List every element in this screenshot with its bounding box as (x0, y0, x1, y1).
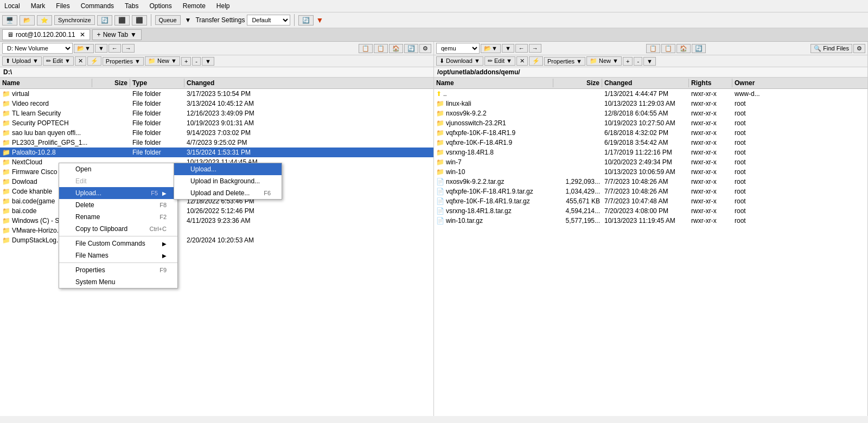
toolbar-open-connection[interactable]: 📂 (20, 15, 35, 25)
menu-options[interactable]: Options (147, 1, 174, 11)
left-file-row[interactable]: 📁sao luu ban quyen offi... File folder 9… (0, 128, 433, 138)
menu-tabs[interactable]: Tabs (123, 1, 141, 11)
left-plus-btn[interactable]: + (181, 57, 191, 66)
right-file-row[interactable]: 📁vqfxre-10K-F-18.4R1.9 6/19/2018 3:54:42… (434, 138, 867, 148)
right-copy-btn[interactable]: 📋 (646, 44, 660, 53)
menu-local[interactable]: Local (2, 1, 22, 11)
right-file-row[interactable]: 📄vqfxre-10K-F-18.4R1.9.tar.gz 455,671 KB… (434, 196, 867, 206)
left-upload-btn[interactable]: ⬆ Upload ▼ (2, 56, 42, 66)
right-filter-btn[interactable]: ▼ (502, 44, 514, 53)
left-paste-btn[interactable]: 📋 (374, 44, 388, 53)
right-col-name[interactable]: Name (434, 79, 553, 87)
right-edit-btn[interactable]: ✏ Edit ▼ (484, 56, 515, 66)
toolbar-refresh2[interactable]: 🔄 (298, 15, 314, 25)
right-minus-btn[interactable]: - (634, 57, 642, 66)
left-filter-btn[interactable]: ▼ (95, 44, 107, 53)
left-minus-btn[interactable]: - (192, 57, 201, 66)
context-menu-item[interactable]: File Custom Commands▶ (59, 238, 177, 249)
right-col-owner[interactable]: Owner (732, 79, 776, 87)
right-file-row[interactable]: 📄vqfxpfe-10K-F-18.4R1.9.tar.gz 1,034,429… (434, 187, 867, 196)
right-more-btn[interactable]: ⚙ (853, 44, 865, 53)
toolbar-new-connection[interactable]: 🖥️ (2, 15, 17, 25)
right-paste-btn[interactable]: 📋 (661, 44, 675, 53)
context-menu-item[interactable]: PropertiesF9 (59, 264, 177, 276)
left-col-type[interactable]: Type (130, 79, 184, 87)
right-file-row[interactable]: 📁vsrxng-18.4R1.8 1/17/2019 11:22:16 PM r… (434, 148, 867, 157)
right-file-row[interactable]: 📄nxosv9k-9.2.2.tar.gz 1,292,093... 7/7/2… (434, 177, 867, 187)
right-nav-fwd[interactable]: → (529, 44, 541, 53)
right-findfiles-btn[interactable]: 🔍 Find Files (810, 44, 852, 53)
left-col-size[interactable]: Size (92, 79, 130, 87)
tab-new-arrow[interactable]: ▼ (130, 31, 137, 39)
left-nav-fwd[interactable]: → (122, 44, 135, 53)
menu-files[interactable]: Files (54, 1, 72, 11)
left-col-changed[interactable]: Changed (184, 79, 271, 87)
context-menu-item[interactable]: File Names▶ (59, 249, 177, 261)
right-col-changed[interactable]: Changed (602, 79, 689, 87)
right-open-btn[interactable]: 📂▼ (481, 44, 501, 53)
menu-remote[interactable]: Remote (181, 1, 208, 11)
right-home-btn[interactable]: 🏠 (676, 44, 691, 53)
right-col-rights[interactable]: Rights (689, 79, 732, 87)
context-menu-item[interactable]: Upload...F5▶ (59, 187, 177, 199)
right-file-row[interactable]: 📄win-10.tar.gz 5,577,195... 10/13/2023 1… (434, 216, 867, 226)
transfer-settings-select[interactable]: Default (247, 15, 290, 25)
context-menu-item[interactable]: Copy to ClipboardCtrl+C (59, 223, 177, 235)
context-menu-item[interactable]: Open (59, 163, 177, 175)
left-file-row[interactable]: 📁Paloalto-10.2.8 File folder 3/15/2024 1… (0, 148, 433, 157)
right-download-btn[interactable]: ⬇ Download ▼ (436, 56, 483, 66)
right-file-row[interactable]: 📁win-10 10/13/2023 10:06:59 AM rwxr-xr-x… (434, 167, 867, 177)
right-newfolder-btn[interactable]: 📁 New ▼ (586, 56, 622, 66)
toolbar-queue[interactable]: Queue (155, 15, 181, 25)
left-refresh-btn[interactable]: 🔄 (404, 44, 418, 53)
menu-mark[interactable]: Mark (29, 1, 48, 11)
left-file-row[interactable]: 📁PL2303_Prolific_GPS_1... File folder 4/… (0, 138, 433, 148)
left-copy-btn[interactable]: 📋 (359, 44, 373, 53)
tab-remote[interactable]: 🖥 root@10.120.200.11 ✕ (2, 29, 90, 40)
left-newfolder-btn[interactable]: 📁 New ▼ (145, 56, 180, 66)
right-file-row[interactable]: 📁linux-kali 10/13/2023 11:29:03 AM rwxr-… (434, 99, 867, 108)
right-properties-btn[interactable]: Properties ▼ (544, 57, 585, 66)
right-filter2-btn[interactable]: ▼ (643, 57, 656, 66)
left-rename-btn[interactable]: ⚡ (87, 56, 101, 66)
toolbar-refresh[interactable]: 🔄 (97, 15, 112, 25)
sub-menu-item[interactable]: Upload and Delete...F6 (174, 187, 282, 199)
right-col-size[interactable]: Size (553, 79, 602, 87)
left-edit-btn[interactable]: ✏ Edit ▼ (43, 56, 74, 66)
left-more-btn[interactable]: ⚙ (419, 44, 431, 53)
toolbar-nav-fwd[interactable]: ⬛ (132, 15, 147, 25)
right-file-row[interactable]: 📁vqfxpfe-10K-F-18.4R1.9 6/18/2018 4:32:0… (434, 128, 867, 138)
toolbar-synchronize[interactable]: Synchronize (54, 15, 95, 25)
left-col-name[interactable]: Name (0, 79, 92, 87)
right-drive-selector[interactable]: qemu (436, 43, 480, 54)
left-delete-btn[interactable]: ✕ (75, 56, 86, 66)
left-file-row[interactable]: 📁Video record File folder 3/13/2024 10:4… (0, 99, 433, 108)
right-file-row[interactable]: 📁nxosv9k-9.2.2 12/8/2018 6:04:55 AM rwxr… (434, 108, 867, 118)
right-file-row[interactable]: 📁win-7 10/20/2023 2:49:34 PM rwxr-xr-x r… (434, 157, 867, 167)
right-file-row[interactable]: 📁vjunosswitch-23.2R1 10/19/2023 10:27:50… (434, 118, 867, 128)
right-delete-btn[interactable]: ✕ (516, 56, 528, 66)
right-rename-btn[interactable]: ⚡ (529, 56, 543, 66)
left-file-row[interactable]: 📁Security POPTECH File folder 10/19/2023… (0, 118, 433, 128)
right-plus-btn[interactable]: + (623, 57, 633, 66)
toolbar-bookmark[interactable]: ⭐ (37, 15, 52, 25)
toolbar-nav-back[interactable]: ⬛ (114, 15, 130, 25)
context-menu-item[interactable]: RenameF2 (59, 211, 177, 223)
context-menu-item[interactable]: DeleteF8 (59, 199, 177, 211)
tab-new[interactable]: + New Tab ▼ (92, 29, 142, 40)
left-filter2-btn[interactable]: ▼ (202, 57, 214, 66)
left-drive-selector[interactable]: D: New Volume (2, 43, 73, 54)
sub-menu-item[interactable]: Upload... (174, 163, 282, 175)
context-menu-item[interactable]: System Menu (59, 276, 177, 288)
right-file-row[interactable]: 📄vsrxng-18.4R1.8.tar.gz 4,594,214... 7/2… (434, 206, 867, 216)
right-nav-back[interactable]: ← (515, 44, 528, 53)
left-file-row[interactable]: 📁TL learn Security File folder 12/16/202… (0, 108, 433, 118)
left-home-btn[interactable]: 🏠 (389, 44, 403, 53)
right-refresh-btn[interactable]: 🔄 (692, 44, 706, 53)
right-file-row[interactable]: ⬆.. 1/13/2021 4:44:47 PM rwxr-xr-x www-d… (434, 89, 867, 99)
menu-help[interactable]: Help (214, 1, 232, 11)
left-file-row[interactable]: 📁virtual File folder 3/17/2023 5:10:54 P… (0, 89, 433, 99)
sub-menu-item[interactable]: Upload in Background... (174, 175, 282, 187)
menu-commands[interactable]: Commands (79, 1, 116, 11)
left-open-btn[interactable]: 📂▼ (74, 44, 94, 53)
